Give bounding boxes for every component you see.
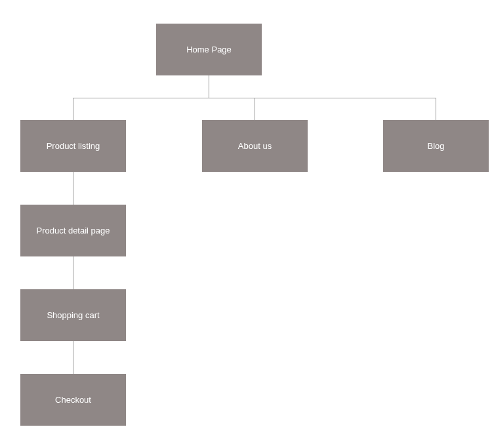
connector-vertical <box>73 98 73 120</box>
node-home-page: Home Page <box>156 24 262 75</box>
node-shopping-cart: Shopping cart <box>20 289 126 341</box>
node-product-detail: Product detail page <box>20 205 126 256</box>
node-blog: Blog <box>383 120 489 172</box>
node-label: Product listing <box>47 141 100 151</box>
node-checkout: Checkout <box>20 374 126 426</box>
connector-vertical <box>73 256 73 289</box>
node-product-listing: Product listing <box>20 120 126 172</box>
node-label: Product detail page <box>36 226 110 235</box>
connector-vertical <box>73 172 73 205</box>
node-label: Blog <box>427 141 444 151</box>
connector-vertical <box>255 98 255 120</box>
connector-vertical <box>209 75 209 98</box>
node-about-us: About us <box>202 120 308 172</box>
connector-vertical <box>436 98 436 120</box>
connector-vertical <box>73 341 73 374</box>
node-label: Checkout <box>55 395 91 405</box>
node-label: Shopping cart <box>47 310 99 320</box>
node-label: Home Page <box>186 45 232 54</box>
node-label: About us <box>238 141 272 151</box>
